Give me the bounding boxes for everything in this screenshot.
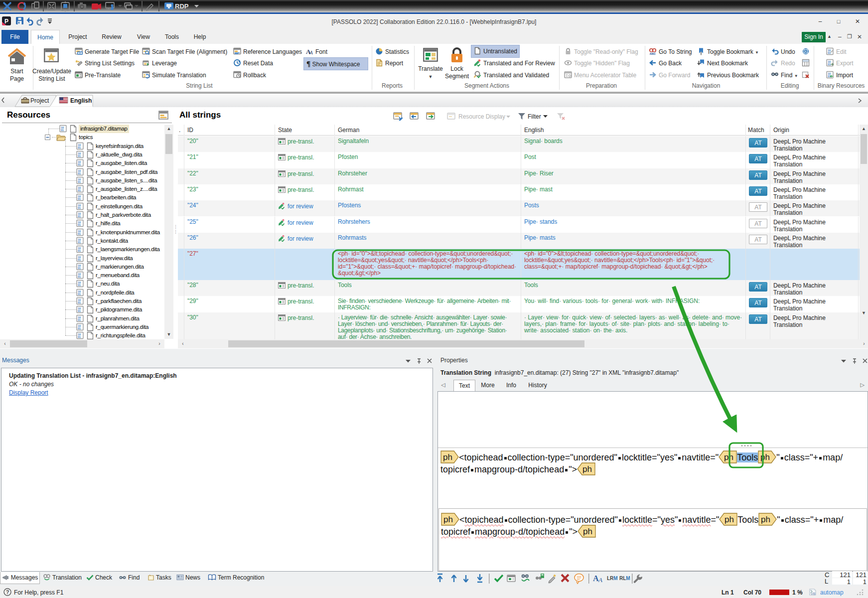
svg-text:ph: ph [724, 452, 733, 462]
svg-text:RDP: RDP [175, 2, 189, 10]
svg-text:A: A [593, 574, 599, 583]
svg-text:A: A [598, 576, 602, 584]
svg-text:Resource Display: Resource Display [458, 113, 505, 120]
svg-text:LRM: LRM [607, 576, 618, 581]
svg-text:ph: ph [582, 464, 592, 474]
svg-text:?: ? [6, 589, 9, 595]
svg-text:ph: ph [583, 527, 592, 536]
svg-text:ph: ph [760, 452, 770, 462]
svg-text:ph: ph [443, 452, 452, 462]
svg-text:Filter: Filter [528, 113, 541, 120]
svg-text:ph: ph [761, 515, 770, 524]
svg-text:RLM: RLM [619, 576, 630, 581]
svg-text:VB: VB [811, 592, 816, 596]
svg-text:English: English [70, 97, 92, 104]
svg-text:ph: ph [443, 515, 453, 524]
svg-text:ph: ph [724, 515, 734, 524]
svg-text:Project: Project [30, 97, 49, 104]
